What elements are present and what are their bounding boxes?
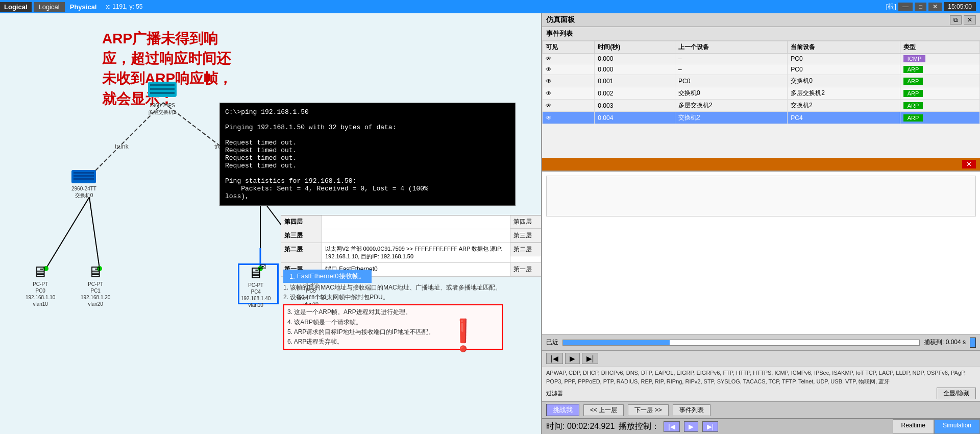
time-display: 时间: 00:02:24.921 (546, 421, 615, 432)
event-visible[interactable]: 👁 (543, 87, 595, 100)
table-row[interactable]: 👁0.000–PC0ARP (543, 64, 980, 75)
eye-icon: 👁 (546, 90, 552, 97)
table-row[interactable]: 👁0.002交换机0多层交换机2ARP (543, 87, 980, 100)
pb-play-button[interactable]: ▶ (684, 421, 698, 432)
playback-row: |◀ ▶ ▶| (542, 350, 980, 366)
type-badge: ARP (903, 66, 923, 73)
tab-physical[interactable]: Physical (65, 2, 102, 12)
terminal-window: C:\>ping 192.168.1.50 Pinging 192.168.1.… (219, 103, 516, 206)
main-container: ARP广播未得到响 应，超过响应时间还 未收到ARP响应帧， 就会显示： tru… (0, 13, 980, 434)
switch-large-icon (148, 80, 177, 99)
pc1-icon: 🖥 (88, 263, 103, 281)
right-panel: 仿真面板 ⧉ ✕ 事件列表 可见 时间(秒) 上一个设备 当前设备 类型 (541, 13, 980, 434)
node-pc1[interactable]: 🖥 PC-PTPC1192.168.1.20vlan20 (81, 263, 110, 307)
bottom-tab-bar: 时间: 00:02:24.921 播放控制： |◀ ▶ ▶| Realtime … (542, 418, 980, 434)
tab-simulation[interactable]: Simulation (934, 419, 980, 434)
root-label: [根] (886, 2, 896, 11)
info-item-1: 1. 该帧的目的MAC地址与接收端口的MAC地址、广播地址、或者多播地址匹配。 (283, 283, 503, 293)
sim-panel-header: 仿真面板 ⧉ ✕ (542, 13, 980, 27)
capture-indicator (970, 337, 976, 348)
playback-label: 播放控制： (619, 421, 659, 432)
event-current-device: 交换机0 (788, 75, 900, 87)
pc4-mail-icon: ✉ (259, 262, 266, 272)
node-pc4-label: PC-PTPC4192.168.1.40vlan10 (241, 282, 271, 308)
node-switch0[interactable]: 2960-24TT交换机0 (71, 169, 96, 199)
notification-close-button[interactable]: ✕ (962, 160, 976, 168)
play-back-button[interactable]: |◀ (546, 353, 563, 364)
prev-layer-button[interactable]: << 上一层 (583, 404, 624, 416)
event-type: ARP (900, 75, 979, 87)
status-bar: 时间: 00:02:24.921 播放控制： |◀ ▶ ▶| (542, 419, 893, 434)
table-row[interactable]: 👁0.000–PC0ICMP (543, 54, 980, 64)
play-button[interactable]: ▶ (565, 353, 580, 364)
progress-label: 已近 (546, 338, 558, 347)
pb-back-button[interactable]: |◀ (664, 421, 679, 432)
next-layer-button[interactable]: 下一层 >> (628, 404, 668, 416)
svg-rect-17 (150, 88, 175, 90)
play-forward-button[interactable]: ▶| (582, 353, 599, 364)
capture-label: 捕获到: 0.004 s (924, 338, 966, 347)
col-time: 时间(秒) (595, 41, 675, 54)
minimize-button[interactable]: — (898, 3, 913, 11)
node-switch0-label: 2960-24TT交换机0 (71, 185, 96, 199)
filter-bottom: 过滤器 全显/隐藏 (546, 388, 976, 399)
eye-icon: 👁 (546, 66, 552, 73)
event-visible[interactable]: 👁 (543, 100, 595, 112)
table-row[interactable]: 👁0.001PC0交换机0ARP (543, 75, 980, 87)
progress-bar (563, 340, 670, 345)
table-row[interactable]: 👁0.003多层交换机2交换机2ARP (543, 100, 980, 112)
progress-bar-container (562, 340, 920, 346)
sim-panel-controls: ⧉ ✕ (950, 15, 976, 25)
event-type: ARP (900, 64, 979, 75)
eye-icon: 👁 (546, 102, 552, 109)
event-prev-device: PC0 (675, 75, 787, 87)
event-time: 0.001 (595, 75, 675, 87)
packet-detail-panel (542, 171, 980, 334)
table-row[interactable]: 👁0.004交换机2PC4ARP (543, 112, 980, 124)
tab-realtime[interactable]: Realtime (893, 419, 934, 434)
eye-icon: 👁 (546, 55, 552, 62)
event-prev-device: – (675, 64, 787, 75)
pdu-row-layer2: 第二层 以太网V2 首部 0000.0C91.7509 >> FFFF.FFFF… (281, 243, 541, 263)
challenge-button[interactable]: 挑战我 (546, 404, 579, 416)
type-badge: ARP (903, 114, 923, 122)
event-visible[interactable]: 👁 (543, 64, 595, 75)
event-list-container: 事件列表 可见 时间(秒) 上一个设备 当前设备 类型 👁0.000–PC0IC… (542, 27, 980, 158)
warning-icon: ❗ (444, 317, 482, 353)
close-window-button[interactable]: ✕ (928, 3, 942, 11)
mode-tabs: Realtime Simulation (893, 419, 980, 434)
event-list-button[interactable]: 事件列表 (673, 404, 710, 416)
event-visible[interactable]: 👁 (543, 75, 595, 87)
event-current-device: 交换机2 (788, 100, 900, 112)
node-multilayer-switch2[interactable]: 2960-24PS多层交换机2 (148, 80, 177, 115)
event-type: ARP (900, 112, 979, 124)
filter-text: APWAP, CDP, DHCP, DHCPv6, DNS, DTP, EAPO… (546, 369, 976, 385)
event-prev-device: 交换机0 (675, 87, 787, 100)
window-controls: [根] — □ ✕ 15:05:00 (886, 2, 980, 11)
node-pc4[interactable]: 🖥 ✉ PC-PTPC4192.168.1.40vlan10 (241, 264, 271, 308)
type-badge: ARP (903, 102, 923, 109)
svg-line-3 (89, 197, 100, 269)
notification-bar: ✕ (542, 158, 980, 171)
svg-rect-16 (150, 84, 175, 86)
col-visible: 可见 (543, 41, 595, 54)
event-current-device: 多层交换机2 (788, 87, 900, 100)
eye-icon: 👁 (546, 114, 552, 122)
node-pc0[interactable]: 🖥 PC-PTPC0192.168.1.10vlan10 (26, 263, 55, 307)
event-table: 可见 时间(秒) 上一个设备 当前设备 类型 👁0.000–PC0ICMP👁0.… (542, 41, 980, 124)
event-current-device: PC0 (788, 64, 900, 75)
maximize-button[interactable]: □ (915, 3, 926, 11)
type-badge: ICMP (903, 55, 926, 62)
col-type: 类型 (900, 41, 979, 54)
event-time: 0.000 (595, 54, 675, 64)
sim-close-button[interactable]: ✕ (964, 15, 976, 25)
sim-restore-button[interactable]: ⧉ (950, 15, 962, 25)
pb-fwd-button[interactable]: ▶| (702, 421, 718, 432)
tab-logical[interactable]: Logical (34, 2, 65, 12)
fastethernet-button[interactable]: 1. FastEthernet0接收帧。 (283, 270, 372, 283)
show-all-button[interactable]: 全显/隐藏 (937, 388, 976, 399)
event-visible[interactable]: 👁 (543, 54, 595, 64)
event-visible[interactable]: 👁 (543, 112, 595, 124)
info-item-2: 2. 设备从一个以太网帧中解封包PDU。 (283, 293, 503, 302)
terminal-command: C:\>ping 192.168.1.50 (225, 108, 510, 116)
